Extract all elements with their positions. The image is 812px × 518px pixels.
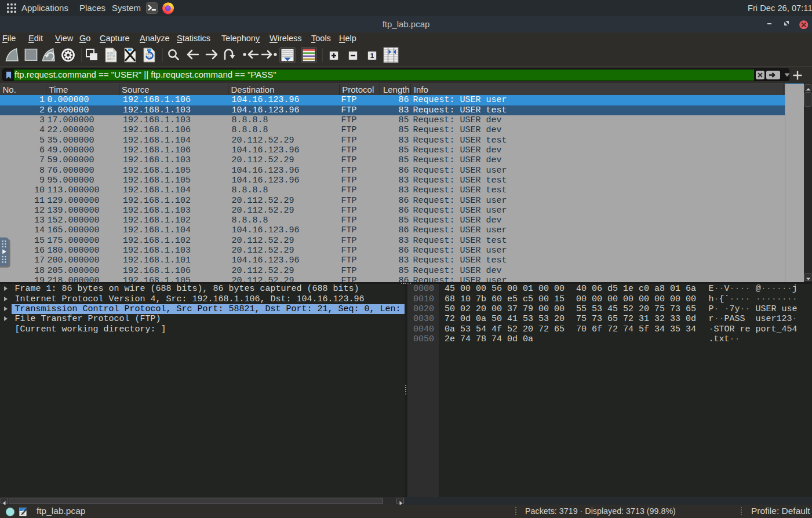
svg-text:0011: 0011 xyxy=(107,57,115,61)
svg-text:1: 1 xyxy=(370,52,374,59)
